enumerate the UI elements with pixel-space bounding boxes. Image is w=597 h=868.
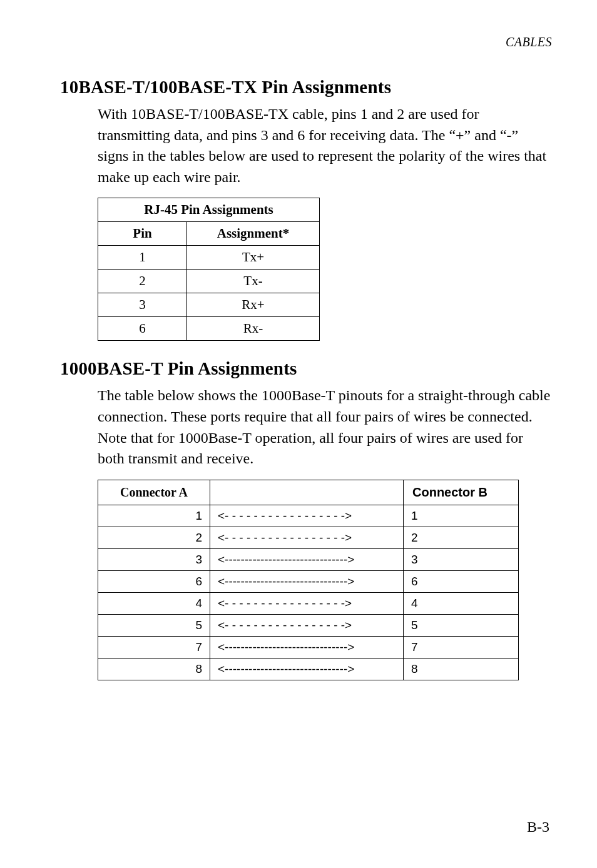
table-row: 3 <-------------------------------> 3 bbox=[98, 548, 519, 570]
conn-a: 7 bbox=[98, 636, 210, 658]
conn-a: 3 bbox=[98, 548, 210, 570]
section-1-paragraph: With 10BASE-T/100BASE-TX cable, pins 1 a… bbox=[98, 104, 552, 188]
conn-b: 5 bbox=[404, 614, 519, 636]
rj45-head-pin: Pin bbox=[98, 222, 187, 246]
conn-b: 4 bbox=[404, 592, 519, 614]
conn-a: 4 bbox=[98, 592, 210, 614]
conn-arrow: <- - - - - - - - - - - - - - - - -> bbox=[210, 614, 404, 636]
table-row: 6 Rx- bbox=[98, 317, 320, 341]
rj45-pin: 6 bbox=[98, 317, 187, 341]
conn-b: 3 bbox=[404, 548, 519, 570]
conn-arrow: <-------------------------------> bbox=[210, 636, 404, 658]
rj45-assignment: Rx+ bbox=[187, 293, 320, 317]
page: CABLES 10BASE-T/100BASE-TX Pin Assignmen… bbox=[0, 0, 597, 868]
conn-a: 6 bbox=[98, 570, 210, 592]
table-row: 2 Tx- bbox=[98, 270, 320, 293]
table-row: 1 <- - - - - - - - - - - - - - - - -> 1 bbox=[98, 505, 519, 527]
conn-arrow: <-------------------------------> bbox=[210, 548, 404, 570]
table-row: 5 <- - - - - - - - - - - - - - - - -> 5 bbox=[98, 614, 519, 636]
table-row: 8 <-------------------------------> 8 bbox=[98, 658, 519, 680]
conn-arrow: <-------------------------------> bbox=[210, 570, 404, 592]
conn-a: 8 bbox=[98, 658, 210, 680]
table-row: 7 <-------------------------------> 7 bbox=[98, 636, 519, 658]
conn-b: 7 bbox=[404, 636, 519, 658]
rj45-assignment: Tx- bbox=[187, 270, 320, 293]
conn-arrow: <- - - - - - - - - - - - - - - - -> bbox=[210, 505, 404, 527]
conn-a: 1 bbox=[98, 505, 210, 527]
rj45-pin: 2 bbox=[98, 270, 187, 293]
conn-b: 8 bbox=[404, 658, 519, 680]
conn-b: 1 bbox=[404, 505, 519, 527]
conn-a: 2 bbox=[98, 527, 210, 548]
conn-head-a: Connector A bbox=[98, 480, 210, 505]
table-row: 4 <- - - - - - - - - - - - - - - - -> 4 bbox=[98, 592, 519, 614]
section-2-paragraph: The table below shows the 1000Base-T pin… bbox=[98, 385, 552, 469]
section-2-title: 1000BASE-T Pin Assignments bbox=[60, 358, 552, 379]
conn-b: 6 bbox=[404, 570, 519, 592]
conn-a: 5 bbox=[98, 614, 210, 636]
rj45-pin: 3 bbox=[98, 293, 187, 317]
conn-arrow: <- - - - - - - - - - - - - - - - -> bbox=[210, 527, 404, 548]
rj45-pin: 1 bbox=[98, 246, 187, 270]
conn-head-spacer bbox=[210, 480, 404, 505]
table-row: 2 <- - - - - - - - - - - - - - - - -> 2 bbox=[98, 527, 519, 548]
rj45-assignment: Tx+ bbox=[187, 246, 320, 270]
rj45-pin-assignments-table: RJ-45 Pin Assignments Pin Assignment* 1 … bbox=[98, 198, 320, 341]
conn-b: 2 bbox=[404, 527, 519, 548]
table-row: 3 Rx+ bbox=[98, 293, 320, 317]
conn-arrow: <-------------------------------> bbox=[210, 658, 404, 680]
table-row: 6 <-------------------------------> 6 bbox=[98, 570, 519, 592]
connector-pinout-table: Connector A Connector B 1 <- - - - - - -… bbox=[98, 480, 519, 680]
running-header: CABLES bbox=[60, 35, 552, 49]
rj45-assignment: Rx- bbox=[187, 317, 320, 341]
conn-arrow: <- - - - - - - - - - - - - - - - -> bbox=[210, 592, 404, 614]
page-number: B-3 bbox=[527, 819, 549, 835]
table-row: 1 Tx+ bbox=[98, 246, 320, 270]
section-1-title: 10BASE-T/100BASE-TX Pin Assignments bbox=[60, 77, 552, 98]
conn-head-b: Connector B bbox=[404, 480, 519, 505]
rj45-head-assignment: Assignment* bbox=[187, 222, 320, 246]
rj45-table-caption: RJ-45 Pin Assignments bbox=[98, 198, 320, 222]
